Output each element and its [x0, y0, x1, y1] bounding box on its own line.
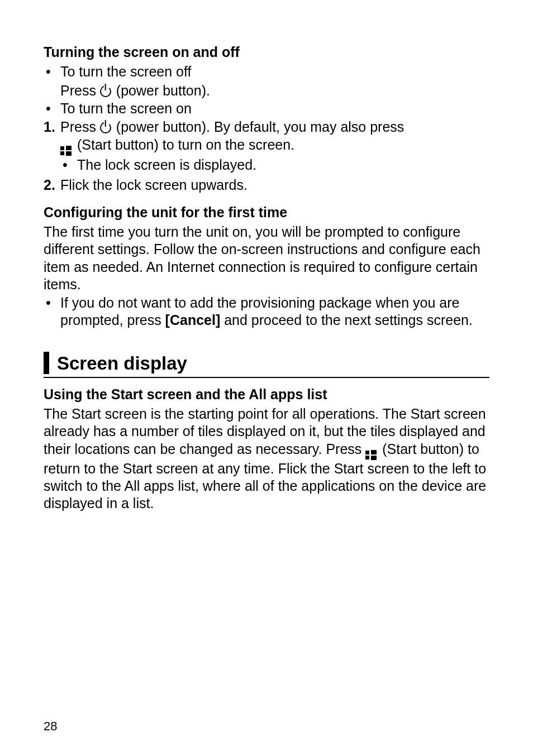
title-text: Screen display: [57, 352, 187, 375]
bullet-provisioning: • If you do not want to add the provisio…: [44, 294, 489, 329]
bullet-provisioning-text: If you do not want to add the provisioni…: [60, 294, 489, 329]
step-1-line2: (Start button) to turn on the screen.: [60, 136, 489, 156]
section-title-screen-display: Screen display: [44, 352, 489, 378]
bullet-screen-off-line2: Press (power button).: [44, 82, 489, 99]
start-icon: [60, 146, 72, 156]
text-start-button: (Start button) to turn on the screen.: [77, 137, 294, 152]
step-1-line1: Press (power button). By default, you ma…: [60, 118, 489, 136]
bullet-marker: •: [44, 294, 60, 312]
power-icon: [100, 86, 111, 97]
configuring-paragraph: The first time you turn the unit on, you…: [44, 223, 489, 293]
text-part-b: and proceed to the next settings screen.: [220, 312, 473, 328]
step-1: 1. Press (power button). By default, you…: [44, 118, 489, 175]
heading-using-start: Using the Start screen and the All apps …: [44, 386, 489, 403]
page-number: 28: [44, 719, 57, 734]
step-number: 2.: [44, 176, 60, 194]
bullet-marker: •: [44, 63, 60, 80]
text-press: Press: [60, 119, 100, 135]
step-number: 1.: [44, 118, 60, 136]
bullet-text: To turn the screen on: [60, 100, 489, 117]
step-2-text: Flick the lock screen upwards.: [60, 176, 489, 194]
cancel-label: [Cancel]: [165, 312, 221, 328]
title-accent-bar: [44, 352, 49, 374]
nested-text: The lock screen is displayed.: [77, 156, 489, 174]
start-icon: [365, 450, 377, 460]
bullet-screen-off: • To turn the screen off: [44, 63, 489, 80]
heading-configuring: Configuring the unit for the first time: [44, 204, 489, 221]
step-2: 2. Flick the lock screen upwards.: [44, 176, 489, 194]
bullet-screen-on: • To turn the screen on: [44, 100, 489, 117]
start-screen-paragraph: The Start screen is the starting point f…: [44, 405, 489, 512]
text-power-default: (power button). By default, you may also…: [116, 119, 404, 135]
nested-lock-screen: • The lock screen is displayed.: [60, 156, 489, 174]
text-press: Press: [60, 83, 100, 98]
heading-turning-screen: Turning the screen on and off: [44, 44, 489, 61]
power-icon: [100, 122, 111, 133]
text-power-button: (power button).: [116, 83, 210, 98]
bullet-marker: •: [44, 100, 60, 117]
bullet-text: To turn the screen off: [60, 63, 489, 80]
bullet-marker: •: [60, 156, 77, 174]
